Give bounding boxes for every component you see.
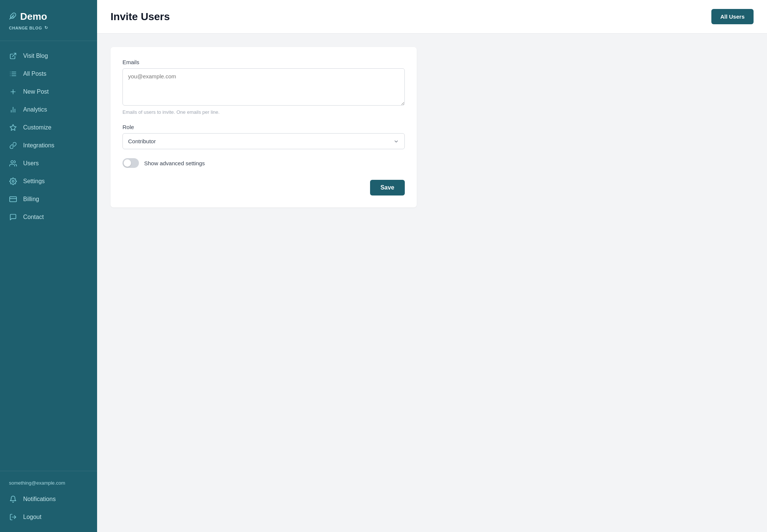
- brand-title: Demo: [20, 11, 47, 22]
- svg-marker-14: [10, 125, 16, 131]
- bell-icon: [9, 495, 17, 503]
- billing-label: Billing: [23, 196, 39, 203]
- sidebar-item-visit-blog[interactable]: Visit Blog: [0, 47, 97, 65]
- main-body: Emails Emails of users to invite. One em…: [97, 34, 767, 532]
- notifications-label: Notifications: [23, 496, 56, 503]
- all-posts-label: All Posts: [23, 71, 46, 77]
- credit-card-icon: [9, 195, 17, 203]
- advanced-settings-toggle[interactable]: [122, 158, 139, 168]
- sidebar-bottom: something@example.com Notifications Logo…: [0, 471, 97, 532]
- svg-point-16: [12, 181, 14, 182]
- change-blog-button[interactable]: CHANGE BLOG ↻: [9, 25, 88, 30]
- role-group: Role Contributor Admin Editor Viewer: [122, 124, 405, 149]
- sidebar-item-contact[interactable]: Contact: [0, 208, 97, 226]
- sidebar-item-all-posts[interactable]: All Posts: [0, 65, 97, 83]
- invite-form-card: Emails Emails of users to invite. One em…: [111, 47, 417, 207]
- save-button[interactable]: Save: [370, 180, 405, 195]
- plus-icon: [9, 88, 17, 96]
- change-blog-label: CHANGE BLOG: [9, 26, 42, 30]
- sidebar-header: Demo CHANGE BLOG ↻: [0, 0, 97, 38]
- main-content: Invite Users All Users Emails Emails of …: [97, 0, 767, 532]
- logout-label: Logout: [23, 514, 41, 520]
- advanced-settings-row: Show advanced settings: [122, 158, 405, 168]
- page-title: Invite Users: [111, 11, 170, 23]
- sidebar-item-users[interactable]: Users: [0, 154, 97, 172]
- all-users-button[interactable]: All Users: [711, 9, 754, 24]
- sidebar-item-integrations[interactable]: Integrations: [0, 137, 97, 154]
- sidebar-item-notifications[interactable]: Notifications: [0, 490, 97, 508]
- link-icon: [9, 141, 17, 150]
- sidebar-brand: Demo: [9, 10, 88, 22]
- users-icon: [9, 159, 17, 168]
- sidebar-item-settings[interactable]: Settings: [0, 172, 97, 190]
- customize-label: Customize: [23, 124, 52, 131]
- sidebar-item-new-post[interactable]: New Post: [0, 83, 97, 101]
- message-circle-icon: [9, 213, 17, 221]
- form-footer: Save: [122, 180, 405, 195]
- analytics-label: Analytics: [23, 106, 47, 113]
- users-label: Users: [23, 160, 39, 167]
- sparkle-icon: [9, 123, 17, 132]
- emails-group: Emails Emails of users to invite. One em…: [122, 59, 405, 115]
- change-blog-icon: ↻: [44, 25, 48, 30]
- integrations-label: Integrations: [23, 142, 55, 149]
- external-link-icon: [9, 52, 17, 60]
- new-post-label: New Post: [23, 88, 49, 95]
- sidebar: Demo CHANGE BLOG ↻ Visit Blog All Posts: [0, 0, 97, 532]
- role-select[interactable]: Contributor Admin Editor Viewer: [122, 133, 405, 149]
- bar-chart-icon: [9, 106, 17, 114]
- svg-rect-17: [10, 197, 16, 201]
- settings-label: Settings: [23, 178, 45, 185]
- sidebar-item-logout[interactable]: Logout: [0, 508, 97, 526]
- settings-icon: [9, 177, 17, 185]
- feather-icon: [9, 10, 16, 22]
- advanced-settings-label: Show advanced settings: [144, 160, 205, 166]
- sidebar-item-analytics[interactable]: Analytics: [0, 101, 97, 119]
- role-label: Role: [122, 124, 405, 130]
- sidebar-divider: [0, 41, 97, 41]
- main-header: Invite Users All Users: [97, 0, 767, 34]
- sidebar-item-customize[interactable]: Customize: [0, 119, 97, 137]
- sidebar-item-billing[interactable]: Billing: [0, 190, 97, 208]
- svg-line-2: [12, 53, 16, 57]
- sidebar-nav: Visit Blog All Posts New Post Analytics: [0, 44, 97, 471]
- list-icon: [9, 70, 17, 78]
- emails-input[interactable]: [122, 68, 405, 106]
- visit-blog-label: Visit Blog: [23, 53, 48, 59]
- emails-label: Emails: [122, 59, 405, 65]
- emails-hint: Emails of users to invite. One emails pe…: [122, 109, 405, 115]
- contact-label: Contact: [23, 214, 44, 220]
- logout-icon: [9, 513, 17, 521]
- user-email: something@example.com: [0, 477, 97, 490]
- svg-point-15: [11, 161, 13, 163]
